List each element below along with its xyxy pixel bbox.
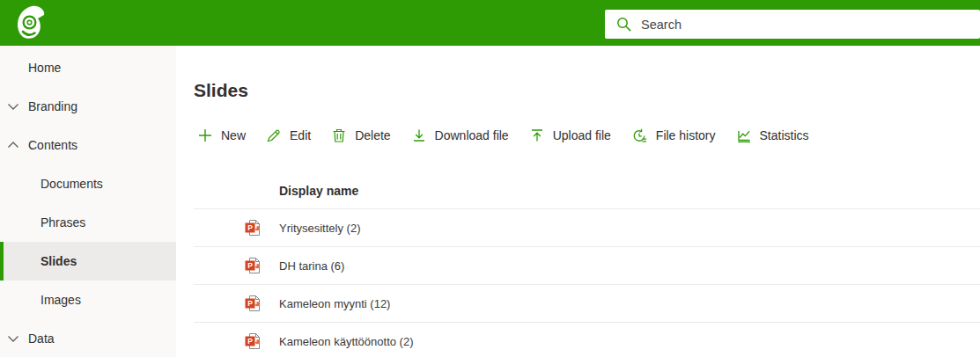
search-input[interactable]	[639, 17, 980, 33]
new-button[interactable]: New	[195, 125, 248, 146]
search-box[interactable]	[605, 10, 980, 39]
table-header-row: Display name	[194, 172, 980, 209]
sidebar-item-label: Images	[41, 293, 81, 307]
powerpoint-file-icon: P	[245, 219, 262, 237]
column-header-display-name[interactable]: Display name	[279, 184, 358, 198]
upload-file-button-label: Upload file	[553, 128, 611, 142]
chevron-up-icon	[7, 142, 19, 149]
edit-button-label: Edit	[290, 128, 311, 142]
sidebar-item-images[interactable]: Images	[0, 280, 176, 319]
chevron-down-icon	[7, 103, 19, 110]
svg-text:P: P	[247, 299, 253, 308]
file-history-icon	[632, 128, 647, 143]
app-header	[0, 0, 980, 46]
main-content: Slides New Edit Delete Download file	[176, 46, 980, 357]
file-history-button-label: File history	[656, 128, 716, 142]
sidebar-item-label: Data	[28, 332, 55, 346]
trash-icon	[332, 128, 346, 142]
slides-table: Display name P Yritysesittely (2)	[194, 172, 980, 357]
sidebar-nav: Home Branding Contents Documents Phrases…	[0, 46, 176, 357]
sidebar-item-data[interactable]: Data	[0, 319, 176, 357]
download-file-button[interactable]: Download file	[409, 125, 512, 146]
command-toolbar: New Edit Delete Download file Upload fil	[195, 121, 980, 149]
statistics-icon	[737, 128, 751, 142]
pencil-icon	[267, 128, 281, 142]
svg-text:P: P	[247, 337, 253, 346]
chevron-down-icon	[7, 335, 19, 342]
sidebar-item-home[interactable]: Home	[0, 48, 176, 87]
upload-file-button[interactable]: Upload file	[527, 125, 614, 146]
table-row[interactable]: P Kameleon myynti (12)	[194, 285, 980, 323]
plus-icon	[198, 128, 212, 142]
table-row[interactable]: P DH tarina (6)	[194, 247, 980, 285]
file-display-name: Yritysesittely (2)	[279, 222, 360, 235]
statistics-button-label: Statistics	[760, 128, 809, 142]
delete-button[interactable]: Delete	[329, 125, 393, 146]
delete-button-label: Delete	[355, 128, 390, 142]
sidebar-item-phrases[interactable]: Phrases	[0, 203, 176, 242]
file-display-name: Kameleon myynti (12)	[279, 297, 390, 310]
powerpoint-file-icon: P	[245, 257, 262, 274]
statistics-button[interactable]: Statistics	[734, 125, 812, 146]
sidebar-item-label: Documents	[41, 177, 103, 191]
file-display-name: Kameleon käyttöönotto (2)	[279, 335, 413, 348]
download-icon	[412, 128, 426, 142]
download-file-button-label: Download file	[435, 128, 509, 142]
new-button-label: New	[221, 128, 246, 142]
file-display-name: DH tarina (6)	[279, 259, 344, 273]
file-history-button[interactable]: File history	[630, 125, 718, 147]
svg-text:P: P	[247, 261, 253, 270]
powerpoint-file-icon: P	[245, 332, 262, 350]
sidebar-item-contents[interactable]: Contents	[0, 126, 176, 164]
svg-text:P: P	[247, 223, 253, 232]
table-row[interactable]: P Kameleon käyttöönotto (2)	[194, 323, 980, 357]
search-icon	[616, 17, 631, 32]
sidebar-item-branding[interactable]: Branding	[0, 87, 176, 126]
edit-button[interactable]: Edit	[264, 125, 313, 146]
sidebar-item-label: Phrases	[41, 215, 85, 230]
sidebar-item-label: Contents	[28, 138, 77, 152]
upload-icon	[530, 128, 544, 142]
sidebar-item-label: Home	[28, 61, 61, 75]
sidebar-item-slides[interactable]: Slides	[0, 242, 176, 280]
powerpoint-file-icon: P	[245, 295, 262, 312]
sidebar-item-label: Branding	[28, 99, 77, 113]
sidebar-item-label: Slides	[41, 254, 77, 268]
chameleon-logo-icon[interactable]	[14, 4, 53, 42]
table-row[interactable]: P Yritysesittely (2)	[194, 209, 980, 247]
sidebar-item-documents[interactable]: Documents	[0, 164, 176, 203]
page-title: Slides	[194, 77, 980, 104]
